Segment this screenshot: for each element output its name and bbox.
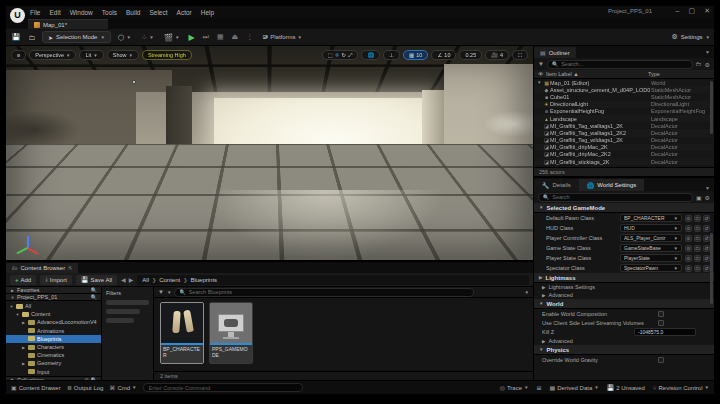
spectator-class-dropdown[interactable]: SpectatorPawn▼ — [620, 264, 682, 272]
asset-tile-bp-character[interactable]: BP_CHARACTER — [160, 302, 204, 364]
menu-select[interactable]: Select — [149, 9, 167, 16]
back-arrow-icon[interactable]: ◀ — [121, 276, 126, 283]
camera-speed-button[interactable]: 🎥4 — [485, 50, 509, 60]
search-icon[interactable]: 🔍 — [91, 287, 97, 293]
row-lightmass-advanced[interactable]: ▶Advanced — [534, 291, 714, 299]
outliner-row-decal5[interactable]: ◪MI_Graffiti_dripMac_2K2DecalActor — [534, 151, 714, 158]
scale-snap-toggle[interactable]: 0.25 — [459, 50, 482, 60]
asset-tile-pps-gamemode[interactable]: PPS_GAMEMODE — [209, 302, 253, 364]
panel-menu-icon[interactable]: ▼ — [705, 49, 710, 55]
revision-control-dropdown[interactable]: ⑂Revision Control▼ — [653, 385, 709, 391]
reset-icon[interactable]: ↺ — [703, 265, 710, 272]
breadcrumb-blueprints[interactable]: Blueprints — [190, 277, 217, 283]
use-client-side-checkbox[interactable] — [658, 320, 664, 326]
output-log-button[interactable]: ≣Output Log — [67, 384, 104, 391]
outliner-row-cube[interactable]: ■Cube01StaticMeshActor — [534, 93, 714, 100]
outliner-filter-icon[interactable]: ▼ — [538, 61, 544, 67]
platforms-dropdown[interactable]: 🖳 Platforms ▼ — [259, 34, 305, 40]
outliner-row-staticmesh[interactable]: ◆Asset_structure_cement_M_d04P_LOD0Stati… — [534, 86, 714, 93]
browse-icon[interactable]: 🗀 — [694, 255, 701, 262]
details-scrollbar[interactable] — [710, 233, 713, 304]
outliner-search-input[interactable] — [561, 61, 687, 67]
editor-modes-icon[interactable]: 🗀 — [26, 32, 38, 43]
details-search-box[interactable]: 🔍 — [538, 193, 693, 202]
outliner-row-decal1[interactable]: ◪MI_Graffiti_Tag_walltags1_2KDecalActor — [534, 122, 714, 129]
cmd-dropdown[interactable]: ⌘Cmd▼ — [109, 384, 136, 391]
use-selected-icon[interactable]: ⊙ — [685, 265, 692, 272]
dock-pin-icon[interactable]: ⇱ — [68, 265, 72, 271]
cinematics-dropdown[interactable]: 🎬▼ — [161, 33, 183, 42]
kill-z-input[interactable]: -1048575.0 — [634, 328, 696, 336]
derived-data-dropdown[interactable]: ▦Derived Data▼ — [550, 384, 599, 391]
outliner-row-decal2[interactable]: ◪MI_Graffiti_Tag_walltags1_2K2DecalActor — [534, 129, 714, 136]
filter-item[interactable] — [106, 309, 140, 314]
quick-add-dropdown[interactable]: ⁘▼ — [138, 33, 157, 42]
use-selected-icon[interactable]: ⊙ — [685, 235, 692, 242]
unsaved-button[interactable]: 💾2 Unsaved — [607, 384, 645, 391]
minimize-button[interactable]: – — [676, 7, 680, 15]
filter-item[interactable] — [106, 318, 134, 323]
player-controller-class-dropdown[interactable]: ALS_Player_Contr▼ — [620, 234, 682, 242]
selection-mode-dropdown[interactable]: ➤ Selection Mode ▼ — [42, 31, 111, 43]
outliner-row-decal6[interactable]: ◪MI_Graffiti_sticktags_2KDecalActor — [534, 158, 714, 165]
tree-item-advancedlocomotionv4[interactable]: ▶AdvancedLocomotionV4 — [6, 318, 101, 326]
display-options-icon[interactable]: ▣ — [696, 194, 702, 201]
tree-item-geometry[interactable]: ▶Geometry — [6, 359, 101, 367]
content-drawer-button[interactable]: ▣Content Drawer — [11, 384, 61, 391]
outliner-row-landscape[interactable]: ▲LandscapeLandscape — [534, 115, 714, 122]
reset-icon[interactable]: ↺ — [703, 235, 710, 242]
project-root-header[interactable]: ▼ Project_PPS_01 🔍 — [6, 294, 101, 301]
menu-build[interactable]: Build — [126, 9, 140, 16]
category-selected-gamemode[interactable]: ▼Selected GameMode — [534, 203, 714, 213]
launch-pause-icon[interactable]: ▦ — [215, 33, 226, 41]
override-world-gravity-checkbox[interactable] — [658, 357, 664, 363]
add-blueprint-dropdown[interactable]: ⬡▼ — [115, 33, 134, 42]
level-viewport[interactable]: ≡ Perspective▼ Lit▼ Show▼ Streaming High… — [6, 46, 533, 260]
console-command-box[interactable] — [143, 383, 303, 392]
outliner-row-decal3[interactable]: ◪MI_Graffiti_Tag_wildtags1_2KDecalActor — [534, 137, 714, 144]
add-button[interactable]: +Add — [10, 275, 36, 285]
grid-snap-toggle[interactable]: ▦10 — [403, 50, 428, 60]
menu-file[interactable]: File — [30, 9, 40, 16]
menu-edit[interactable]: Edit — [49, 9, 60, 16]
default-pawn-class-dropdown[interactable]: BP_CHARACTER▼ — [620, 214, 682, 222]
type-column[interactable]: Type — [648, 71, 710, 77]
category-physics[interactable]: ▼Physics — [534, 345, 714, 355]
enable-world-composition-checkbox[interactable] — [658, 311, 664, 317]
breadcrumb-all[interactable]: All — [142, 277, 149, 283]
outliner-settings-icon[interactable]: ⚙ — [705, 61, 710, 68]
asset-search-input[interactable] — [189, 289, 470, 295]
menu-tools[interactable]: Tools — [102, 9, 117, 16]
view-options-icon[interactable]: ▼ — [525, 290, 529, 295]
maximize-button[interactable]: ▢ — [689, 7, 696, 15]
import-button[interactable]: ⤓Import — [40, 275, 72, 285]
category-lightmass[interactable]: ▶Lightmass — [534, 273, 714, 283]
browse-icon[interactable]: 🗀 — [694, 235, 701, 242]
view-mode-lit-dropdown[interactable]: Lit▼ — [79, 50, 103, 60]
surface-snap-toggle[interactable]: ⊥ — [383, 50, 400, 60]
filter-item[interactable] — [106, 300, 149, 305]
reset-icon[interactable]: ↺ — [703, 245, 710, 252]
tree-item-content[interactable]: ▼Content — [6, 310, 101, 318]
outliner-row-heightfog[interactable]: ≋ExponentialHeightFogExponentialHeightFo… — [534, 108, 714, 115]
play-button[interactable]: ▶ — [186, 33, 196, 42]
use-selected-icon[interactable]: ⊙ — [685, 215, 692, 222]
maximize-viewport-button[interactable]: ⛶ — [512, 50, 528, 60]
new-folder-icon[interactable]: 🗀 — [696, 61, 702, 67]
menu-window[interactable]: Window — [70, 9, 93, 16]
play-options-kebab-icon[interactable]: ⋮ — [244, 33, 255, 41]
reset-icon[interactable]: ↺ — [703, 215, 710, 222]
category-world[interactable]: ▼World — [534, 299, 714, 309]
save-all-button[interactable]: 💾Save All — [76, 275, 117, 285]
outliner-search-box[interactable]: 🔍 — [547, 60, 693, 69]
console-command-input[interactable] — [149, 385, 297, 391]
use-selected-icon[interactable]: ⊙ — [685, 255, 692, 262]
menu-help[interactable]: Help — [201, 9, 214, 16]
tab-outliner[interactable]: ▤ Outliner — [534, 47, 576, 58]
reset-icon[interactable]: ↺ — [703, 255, 710, 262]
close-button[interactable]: ✕ — [704, 7, 710, 15]
tree-item-blueprints[interactable]: Blueprints — [6, 335, 101, 343]
tree-item-cinematics[interactable]: Cinematics — [6, 351, 101, 359]
use-selected-icon[interactable]: ⊙ — [685, 245, 692, 252]
trace-dropdown[interactable]: ◎Trace▼ — [500, 384, 529, 391]
